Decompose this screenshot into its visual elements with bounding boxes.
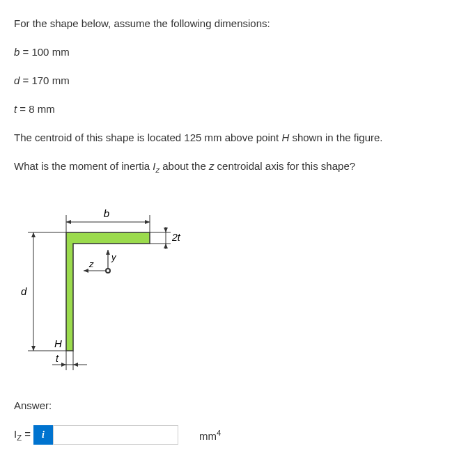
unit-label: mm4 xyxy=(199,429,221,442)
label-t: t xyxy=(56,353,59,364)
dimension-b: b = 100 mm xyxy=(14,42,445,61)
label-2t: 2t xyxy=(171,232,181,243)
svg-point-14 xyxy=(107,269,109,272)
shape-figure: b 2t d t H z y xyxy=(14,198,195,386)
dimension-t: t = 8 mm xyxy=(14,100,445,118)
centroid-statement: The centroid of this shape is located 12… xyxy=(14,128,445,147)
problem-intro: For the shape below, assume the followin… xyxy=(14,14,445,33)
label-H: H xyxy=(54,338,62,349)
info-icon[interactable]: i xyxy=(33,425,53,445)
label-d: d xyxy=(21,285,27,297)
label-b: b xyxy=(104,207,109,219)
iz-answer-input[interactable] xyxy=(53,425,178,445)
label-z: z xyxy=(88,259,94,269)
question-text: What is the moment of inertia Iz about t… xyxy=(14,157,445,177)
answer-section-label: Answer: xyxy=(14,399,445,411)
iz-label: IZ = xyxy=(14,428,31,442)
label-y: y xyxy=(111,252,117,262)
dimension-d: d = 170 mm xyxy=(14,71,445,90)
